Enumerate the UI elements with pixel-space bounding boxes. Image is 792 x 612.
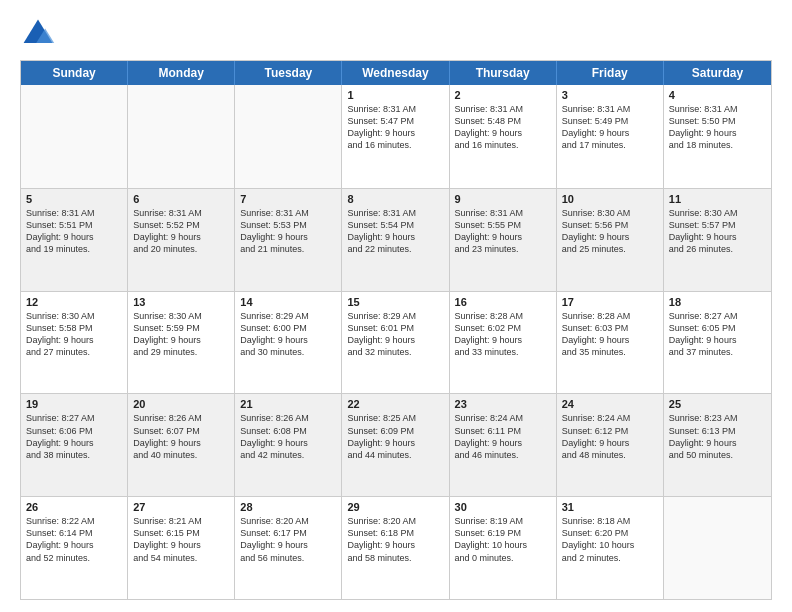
day-info: Sunrise: 8:30 AM Sunset: 5:56 PM Dayligh… (562, 207, 658, 256)
calendar-header-row: SundayMondayTuesdayWednesdayThursdayFrid… (21, 61, 771, 85)
calendar-day-30: 30Sunrise: 8:19 AM Sunset: 6:19 PM Dayli… (450, 497, 557, 599)
day-number: 6 (133, 193, 229, 205)
calendar-day-21: 21Sunrise: 8:26 AM Sunset: 6:08 PM Dayli… (235, 394, 342, 496)
calendar-day-9: 9Sunrise: 8:31 AM Sunset: 5:55 PM Daylig… (450, 189, 557, 291)
calendar-week-5: 26Sunrise: 8:22 AM Sunset: 6:14 PM Dayli… (21, 496, 771, 599)
day-info: Sunrise: 8:24 AM Sunset: 6:11 PM Dayligh… (455, 412, 551, 461)
day-info: Sunrise: 8:27 AM Sunset: 6:05 PM Dayligh… (669, 310, 766, 359)
logo-icon (20, 16, 56, 52)
weekday-header-tuesday: Tuesday (235, 61, 342, 85)
calendar: SundayMondayTuesdayWednesdayThursdayFrid… (20, 60, 772, 600)
day-number: 1 (347, 89, 443, 101)
calendar-empty-cell (235, 85, 342, 188)
day-number: 13 (133, 296, 229, 308)
day-number: 25 (669, 398, 766, 410)
day-number: 3 (562, 89, 658, 101)
day-info: Sunrise: 8:31 AM Sunset: 5:51 PM Dayligh… (26, 207, 122, 256)
calendar-day-28: 28Sunrise: 8:20 AM Sunset: 6:17 PM Dayli… (235, 497, 342, 599)
day-number: 14 (240, 296, 336, 308)
day-info: Sunrise: 8:30 AM Sunset: 5:57 PM Dayligh… (669, 207, 766, 256)
day-info: Sunrise: 8:23 AM Sunset: 6:13 PM Dayligh… (669, 412, 766, 461)
day-number: 17 (562, 296, 658, 308)
calendar-day-12: 12Sunrise: 8:30 AM Sunset: 5:58 PM Dayli… (21, 292, 128, 394)
day-info: Sunrise: 8:31 AM Sunset: 5:48 PM Dayligh… (455, 103, 551, 152)
calendar-empty-cell (664, 497, 771, 599)
calendar-day-31: 31Sunrise: 8:18 AM Sunset: 6:20 PM Dayli… (557, 497, 664, 599)
day-info: Sunrise: 8:29 AM Sunset: 6:01 PM Dayligh… (347, 310, 443, 359)
day-info: Sunrise: 8:30 AM Sunset: 5:59 PM Dayligh… (133, 310, 229, 359)
calendar-week-2: 5Sunrise: 8:31 AM Sunset: 5:51 PM Daylig… (21, 188, 771, 291)
calendar-day-24: 24Sunrise: 8:24 AM Sunset: 6:12 PM Dayli… (557, 394, 664, 496)
calendar-day-22: 22Sunrise: 8:25 AM Sunset: 6:09 PM Dayli… (342, 394, 449, 496)
weekday-header-sunday: Sunday (21, 61, 128, 85)
day-number: 22 (347, 398, 443, 410)
day-info: Sunrise: 8:22 AM Sunset: 6:14 PM Dayligh… (26, 515, 122, 564)
day-info: Sunrise: 8:27 AM Sunset: 6:06 PM Dayligh… (26, 412, 122, 461)
calendar-day-2: 2Sunrise: 8:31 AM Sunset: 5:48 PM Daylig… (450, 85, 557, 188)
calendar-day-20: 20Sunrise: 8:26 AM Sunset: 6:07 PM Dayli… (128, 394, 235, 496)
logo (20, 16, 62, 52)
day-info: Sunrise: 8:31 AM Sunset: 5:50 PM Dayligh… (669, 103, 766, 152)
day-info: Sunrise: 8:24 AM Sunset: 6:12 PM Dayligh… (562, 412, 658, 461)
calendar-day-14: 14Sunrise: 8:29 AM Sunset: 6:00 PM Dayli… (235, 292, 342, 394)
day-number: 7 (240, 193, 336, 205)
calendar-day-7: 7Sunrise: 8:31 AM Sunset: 5:53 PM Daylig… (235, 189, 342, 291)
day-info: Sunrise: 8:19 AM Sunset: 6:19 PM Dayligh… (455, 515, 551, 564)
day-info: Sunrise: 8:30 AM Sunset: 5:58 PM Dayligh… (26, 310, 122, 359)
day-number: 30 (455, 501, 551, 513)
day-number: 21 (240, 398, 336, 410)
day-info: Sunrise: 8:26 AM Sunset: 6:08 PM Dayligh… (240, 412, 336, 461)
calendar-day-15: 15Sunrise: 8:29 AM Sunset: 6:01 PM Dayli… (342, 292, 449, 394)
day-number: 24 (562, 398, 658, 410)
calendar-body: 1Sunrise: 8:31 AM Sunset: 5:47 PM Daylig… (21, 85, 771, 599)
day-number: 20 (133, 398, 229, 410)
day-info: Sunrise: 8:31 AM Sunset: 5:49 PM Dayligh… (562, 103, 658, 152)
day-info: Sunrise: 8:18 AM Sunset: 6:20 PM Dayligh… (562, 515, 658, 564)
day-number: 15 (347, 296, 443, 308)
calendar-day-19: 19Sunrise: 8:27 AM Sunset: 6:06 PM Dayli… (21, 394, 128, 496)
calendar-day-25: 25Sunrise: 8:23 AM Sunset: 6:13 PM Dayli… (664, 394, 771, 496)
weekday-header-saturday: Saturday (664, 61, 771, 85)
day-info: Sunrise: 8:20 AM Sunset: 6:18 PM Dayligh… (347, 515, 443, 564)
day-number: 27 (133, 501, 229, 513)
calendar-week-4: 19Sunrise: 8:27 AM Sunset: 6:06 PM Dayli… (21, 393, 771, 496)
day-number: 23 (455, 398, 551, 410)
calendar-day-16: 16Sunrise: 8:28 AM Sunset: 6:02 PM Dayli… (450, 292, 557, 394)
day-number: 8 (347, 193, 443, 205)
day-number: 12 (26, 296, 122, 308)
day-number: 2 (455, 89, 551, 101)
calendar-day-18: 18Sunrise: 8:27 AM Sunset: 6:05 PM Dayli… (664, 292, 771, 394)
day-info: Sunrise: 8:20 AM Sunset: 6:17 PM Dayligh… (240, 515, 336, 564)
calendar-day-3: 3Sunrise: 8:31 AM Sunset: 5:49 PM Daylig… (557, 85, 664, 188)
day-info: Sunrise: 8:31 AM Sunset: 5:54 PM Dayligh… (347, 207, 443, 256)
day-number: 28 (240, 501, 336, 513)
day-info: Sunrise: 8:26 AM Sunset: 6:07 PM Dayligh… (133, 412, 229, 461)
day-number: 11 (669, 193, 766, 205)
day-number: 29 (347, 501, 443, 513)
calendar-day-1: 1Sunrise: 8:31 AM Sunset: 5:47 PM Daylig… (342, 85, 449, 188)
weekday-header-friday: Friday (557, 61, 664, 85)
day-number: 18 (669, 296, 766, 308)
day-info: Sunrise: 8:31 AM Sunset: 5:55 PM Dayligh… (455, 207, 551, 256)
day-info: Sunrise: 8:25 AM Sunset: 6:09 PM Dayligh… (347, 412, 443, 461)
calendar-day-26: 26Sunrise: 8:22 AM Sunset: 6:14 PM Dayli… (21, 497, 128, 599)
day-info: Sunrise: 8:28 AM Sunset: 6:02 PM Dayligh… (455, 310, 551, 359)
calendar-week-1: 1Sunrise: 8:31 AM Sunset: 5:47 PM Daylig… (21, 85, 771, 188)
day-number: 26 (26, 501, 122, 513)
calendar-empty-cell (128, 85, 235, 188)
calendar-day-8: 8Sunrise: 8:31 AM Sunset: 5:54 PM Daylig… (342, 189, 449, 291)
day-number: 10 (562, 193, 658, 205)
calendar-day-27: 27Sunrise: 8:21 AM Sunset: 6:15 PM Dayli… (128, 497, 235, 599)
day-info: Sunrise: 8:21 AM Sunset: 6:15 PM Dayligh… (133, 515, 229, 564)
calendar-day-29: 29Sunrise: 8:20 AM Sunset: 6:18 PM Dayli… (342, 497, 449, 599)
day-number: 9 (455, 193, 551, 205)
day-number: 4 (669, 89, 766, 101)
page: SundayMondayTuesdayWednesdayThursdayFrid… (0, 0, 792, 612)
calendar-day-4: 4Sunrise: 8:31 AM Sunset: 5:50 PM Daylig… (664, 85, 771, 188)
calendar-day-10: 10Sunrise: 8:30 AM Sunset: 5:56 PM Dayli… (557, 189, 664, 291)
day-number: 16 (455, 296, 551, 308)
day-number: 19 (26, 398, 122, 410)
day-info: Sunrise: 8:28 AM Sunset: 6:03 PM Dayligh… (562, 310, 658, 359)
day-info: Sunrise: 8:31 AM Sunset: 5:52 PM Dayligh… (133, 207, 229, 256)
day-info: Sunrise: 8:31 AM Sunset: 5:47 PM Dayligh… (347, 103, 443, 152)
